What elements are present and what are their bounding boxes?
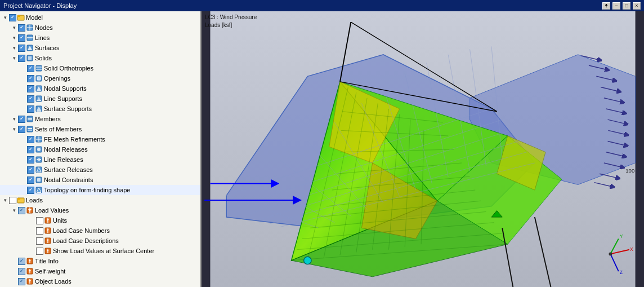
expand-loads[interactable]: ▾ <box>1 196 9 204</box>
tree-container[interactable]: ▾ Model ▾ Nodes <box>0 11 200 287</box>
checkbox-solid-ortho[interactable] <box>27 65 34 72</box>
checkbox-fe-mesh[interactable] <box>27 136 34 143</box>
checkbox-self-weight[interactable] <box>18 268 25 275</box>
loads-label: Loads <box>26 196 43 205</box>
members-icon <box>26 115 34 123</box>
maximize-button[interactable]: □ <box>623 2 630 10</box>
expand-surfaces[interactable]: ▾ <box>10 44 18 52</box>
checkbox-lines[interactable] <box>18 34 25 42</box>
checkbox-load-case-descriptions[interactable] <box>36 237 43 245</box>
load-values-icon <box>26 206 34 214</box>
checkbox-line-releases[interactable] <box>27 156 34 164</box>
openings-label: Openings <box>44 74 70 83</box>
tree-item-lines[interactable]: ▾ Lines <box>0 33 200 43</box>
tree-item-model[interactable]: ▾ Model <box>0 12 200 23</box>
checkbox-show-load-values[interactable] <box>36 248 43 255</box>
tree-item-loads[interactable]: ▾ Loads <box>0 195 200 205</box>
checkbox-line-supports[interactable] <box>27 95 34 103</box>
tree-item-line-releases[interactable]: ▾ Line Releases <box>0 154 200 165</box>
tree-item-nodes[interactable]: ▾ Nodes <box>0 23 200 33</box>
y-axis-label: Y <box>620 233 623 239</box>
checkbox-nodal-supports[interactable] <box>27 85 34 92</box>
line-supports-label: Line Supports <box>44 94 82 103</box>
sets-of-members-label: Sets of Members <box>35 125 82 134</box>
nodal-constraints-label: Nodal Constraints <box>44 175 93 184</box>
tree-item-sets-of-members[interactable]: ▾ Sets of Members <box>0 124 200 134</box>
nodes-label: Nodes <box>35 23 53 32</box>
tree-item-fe-mesh[interactable]: ▾ FE Mesh Refinements <box>0 134 200 144</box>
topology-label: Topology on form-finding shape <box>44 186 130 195</box>
checkbox-members[interactable] <box>18 116 25 123</box>
checkbox-load-values[interactable] <box>18 207 25 214</box>
expand-self-weight: ▾ <box>10 267 18 275</box>
tree-item-show-load-values[interactable]: ▾ Show Load Values at Surface Center <box>0 246 200 256</box>
tree-item-surface-releases[interactable]: ▾ Surface Releases <box>0 165 200 175</box>
svg-rect-15 <box>37 77 41 80</box>
expand-model[interactable]: ▾ <box>1 14 9 21</box>
loads-folder-icon <box>17 196 25 204</box>
load-case-descriptions-icon <box>44 237 52 245</box>
viewport-line1: LC3 : Wind Pressure <box>205 14 257 20</box>
svg-rect-1 <box>17 15 20 17</box>
expand-load-values[interactable]: ▾ <box>10 206 18 214</box>
tree-item-nodal-supports[interactable]: ▾ Nodal Supports <box>0 83 200 94</box>
tree-item-solid-ortho[interactable]: ▾ Solid Orthotropies <box>0 63 200 73</box>
expand-solids[interactable]: ▾ <box>10 54 18 62</box>
expand-nodes[interactable]: ▾ <box>10 24 18 32</box>
surface-supports-icon <box>35 105 43 113</box>
expand-load-case-descriptions: ▾ <box>28 237 36 245</box>
expand-show-load-values: ▾ <box>28 247 36 255</box>
checkbox-title-info[interactable] <box>18 258 25 265</box>
tree-item-members[interactable]: ▾ Members <box>0 114 200 124</box>
tree-item-nodal-releases[interactable]: ▾ Nodal Releases <box>0 144 200 154</box>
object-loads-label: Object Loads <box>35 277 71 286</box>
checkbox-surface-releases[interactable] <box>27 166 34 174</box>
checkbox-model[interactable] <box>9 14 16 21</box>
checkbox-openings[interactable] <box>27 75 34 82</box>
tree-item-line-supports[interactable]: ▾ Line Supports <box>0 94 200 104</box>
expand-topology: ▾ <box>19 186 27 194</box>
tree-item-title-info[interactable]: ▾ Title Info <box>0 256 200 266</box>
tree-item-surfaces[interactable]: ▾ Surfaces <box>0 43 200 53</box>
pin-button[interactable]: 🖈 <box>602 2 610 10</box>
tree-item-load-case-descriptions[interactable]: ▾ Load Case Descriptions <box>0 236 200 246</box>
checkbox-sets-of-members[interactable] <box>18 126 25 133</box>
checkbox-nodes[interactable] <box>18 24 25 32</box>
checkbox-surface-supports[interactable] <box>27 105 34 113</box>
expand-sets-of-members[interactable]: ▾ <box>10 125 18 133</box>
checkbox-nodal-releases[interactable] <box>27 146 34 153</box>
left-panel: ▾ Model ▾ Nodes <box>0 11 202 287</box>
expand-lines[interactable]: ▾ <box>10 34 18 42</box>
nodal-releases-label: Nodal Releases <box>44 145 88 154</box>
tree-item-load-values[interactable]: ▾ Load Values <box>0 205 200 215</box>
line-releases-label: Line Releases <box>44 155 83 164</box>
tree-item-surface-supports[interactable]: ▾ Surface Supports <box>0 104 200 114</box>
minimize-button[interactable]: − <box>612 2 620 10</box>
line-releases-icon <box>35 156 43 164</box>
tree-item-topology[interactable]: ▾ Topology on form-finding shape <box>0 185 200 195</box>
tree-item-nodal-constraints[interactable]: ▾ Nodal Constraints <box>0 175 200 185</box>
tree-item-openings[interactable]: ▾ Openings <box>0 73 200 83</box>
expand-members[interactable]: ▾ <box>10 115 18 123</box>
expand-units: ▾ <box>28 217 36 224</box>
close-button[interactable]: × <box>633 2 641 10</box>
scale-label-100: 100 <box>625 167 634 174</box>
expand-nodal-supports: ▾ <box>19 85 27 92</box>
checkbox-object-loads[interactable] <box>18 278 25 285</box>
checkbox-topology[interactable] <box>27 187 34 194</box>
tree-item-units[interactable]: ▾ Units <box>0 215 200 226</box>
surface-releases-icon <box>35 166 43 174</box>
solid-ortho-label: Solid Orthotropies <box>44 64 93 73</box>
checkbox-units[interactable] <box>36 217 43 224</box>
tree-item-self-weight[interactable]: ▾ Self-weight <box>0 266 200 276</box>
checkbox-nodal-constraints[interactable] <box>27 176 34 184</box>
tree-item-object-loads[interactable]: ▾ Object Loads <box>0 276 200 286</box>
checkbox-load-case-numbers[interactable] <box>36 227 43 235</box>
checkbox-solids[interactable] <box>18 55 25 62</box>
nodes-icon <box>26 24 34 32</box>
checkbox-loads[interactable] <box>9 197 16 204</box>
checkbox-surfaces[interactable] <box>18 45 25 52</box>
tree-item-load-case-numbers[interactable]: ▾ Load Case Numbers <box>0 226 200 236</box>
tree-item-solids[interactable]: ▾ Solids <box>0 53 200 63</box>
model-icon <box>17 14 25 21</box>
